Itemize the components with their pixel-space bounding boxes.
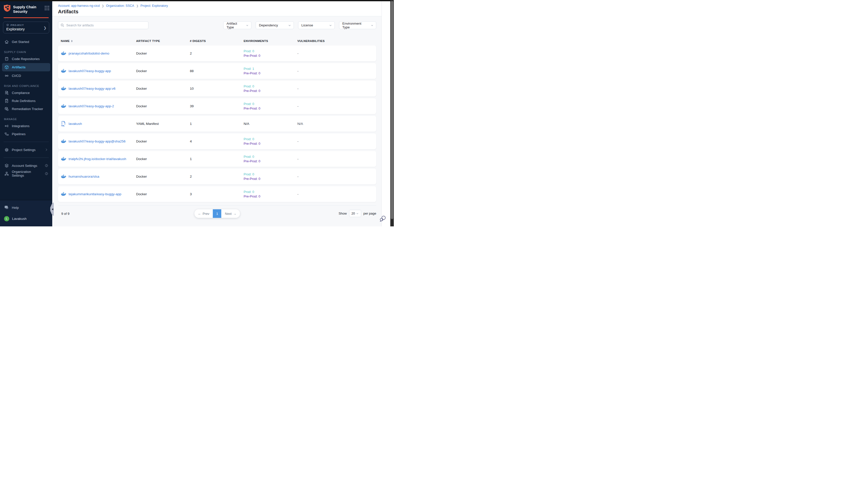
prod-env-link[interactable]: Prod: 0 bbox=[244, 137, 297, 142]
project-cube-icon bbox=[6, 24, 9, 26]
environments-cell: Prod: 0Pre-Prod: 0 bbox=[244, 49, 297, 58]
chevron-down-icon bbox=[356, 212, 359, 215]
gear-icon bbox=[4, 147, 9, 152]
prod-env-link[interactable]: Prod: 0 bbox=[244, 172, 297, 177]
table-row[interactable]: lavakush07/easy-buggy-app:v6Docker10Prod… bbox=[58, 81, 376, 97]
artifact-link[interactable]: tejakummarikuntla/easy-buggy-app bbox=[69, 192, 121, 196]
table-row[interactable]: lavakush07/easy-buggy-app-2Docker39Prod:… bbox=[58, 98, 376, 114]
dependency-filter[interactable]: Dependency bbox=[256, 21, 294, 29]
main-panel: Account: app-harness-ng-cicd ❯ Organizat… bbox=[52, 1, 382, 227]
vulnerabilities-cell: - bbox=[297, 175, 376, 179]
sidebar: Supply Chain Security PROJECT Explorator… bbox=[0, 1, 52, 227]
preprod-env-link[interactable]: Pre-Prod: 0 bbox=[244, 194, 297, 199]
scrollbar-thumb[interactable] bbox=[391, 1, 393, 219]
table-row[interactable]: trialpfv2hi.jfrog.io/docker-trial/lavaku… bbox=[58, 151, 376, 167]
help-button[interactable]: ? Help bbox=[2, 204, 50, 211]
preprod-env-link[interactable]: Pre-Prod: 0 bbox=[244, 142, 297, 146]
vulnerabilities-cell: - bbox=[297, 157, 376, 161]
table-row[interactable]: YMLlavakushYAML Manifest1N/AN/A bbox=[58, 116, 376, 132]
prev-page-button[interactable]: ←Prev bbox=[195, 209, 213, 218]
table-row[interactable]: lavakush07/easy-buggy-appDocker88Prod: 1… bbox=[58, 63, 376, 79]
artifact-link[interactable]: lavakush bbox=[69, 122, 82, 126]
artifact-type-cell: Docker bbox=[136, 192, 190, 196]
breadcrumb-org-link[interactable]: Organization: SSCA bbox=[106, 4, 134, 8]
table-row[interactable]: humanshuarora/slsaDocker2Prod: 0Pre-Prod… bbox=[58, 169, 376, 184]
sidebar-item-code-repositories[interactable]: </>Code Repositories bbox=[2, 55, 50, 63]
table-row[interactable]: pranaycshah/todolist-demoDocker2Prod: 0P… bbox=[58, 46, 376, 61]
column-header-environments: ENVIRONMENTS bbox=[244, 39, 297, 42]
project-label-row: PROJECT bbox=[6, 24, 42, 26]
preprod-env-link[interactable]: Pre-Prod: 0 bbox=[244, 71, 297, 76]
doc-search-icon bbox=[4, 90, 9, 95]
artifact-link[interactable]: trialpfv2hi.jfrog.io/docker-trial/lavaku… bbox=[69, 157, 126, 161]
page-size-control: Show 20 per page bbox=[338, 210, 376, 217]
column-header-name[interactable]: NAME bbox=[61, 39, 136, 42]
artifact-type-cell: YAML Manifest bbox=[136, 122, 190, 126]
search-box bbox=[58, 21, 148, 29]
pipelines-icon bbox=[4, 131, 9, 136]
artifact-link[interactable]: lavakush07/easy-buggy-app bbox=[69, 69, 111, 73]
preprod-env-link[interactable]: Pre-Prod: 0 bbox=[244, 53, 297, 58]
box-wrench-icon bbox=[4, 106, 9, 111]
environment-type-filter[interactable]: Environment Type bbox=[339, 21, 376, 29]
table-row[interactable]: tejakummarikuntla/easy-buggy-appDocker3P… bbox=[58, 186, 376, 202]
sidebar-item-label: Compliance bbox=[12, 91, 30, 95]
breadcrumb-project-link[interactable]: Project: Exploratory bbox=[140, 4, 168, 8]
sidebar-item-organization-settings[interactable]: Organization Settings bbox=[2, 170, 50, 178]
artifact-type-filter[interactable]: Artifact Type bbox=[223, 21, 251, 29]
support-chat-icon[interactable] bbox=[379, 215, 386, 222]
project-selector[interactable]: PROJECT Exploratory ❯ bbox=[3, 22, 49, 34]
preprod-env-link[interactable]: Pre-Prod: 0 bbox=[244, 159, 297, 163]
environments-cell: Prod: 0Pre-Prod: 0 bbox=[244, 137, 297, 146]
sidebar-divider bbox=[3, 142, 49, 142]
license-filter[interactable]: License bbox=[298, 21, 335, 29]
project-label: PROJECT bbox=[11, 24, 24, 26]
breadcrumb-account-link[interactable]: Account: app-harness-ng-cicd bbox=[58, 4, 100, 8]
sidebar-item-rule-definitions[interactable]: Rule Definitions bbox=[2, 97, 50, 105]
sidebar-item-integrations[interactable]: Integrations bbox=[2, 122, 50, 130]
sidebar-item-get-started[interactable]: Get Started bbox=[2, 38, 50, 46]
user-menu[interactable]: L Lavakush bbox=[2, 215, 50, 222]
prod-env-link[interactable]: Prod: 1 bbox=[244, 66, 297, 71]
sidebar-item-project-settings[interactable]: Project Settings bbox=[2, 146, 50, 154]
sidebar-item-compliance[interactable]: Compliance bbox=[2, 89, 50, 97]
next-page-button[interactable]: Next→ bbox=[222, 209, 240, 218]
artifact-name-cell: trialpfv2hi.jfrog.io/docker-trial/lavaku… bbox=[61, 156, 136, 162]
artifact-type-cell: Docker bbox=[136, 157, 190, 161]
environments-cell: Prod: 0Pre-Prod: 0 bbox=[244, 155, 297, 163]
page-scrollbar[interactable] bbox=[390, 0, 394, 227]
info-icon bbox=[45, 164, 48, 167]
cube-icon bbox=[4, 65, 9, 70]
vulnerabilities-cell: - bbox=[297, 104, 376, 108]
integrations-icon bbox=[4, 123, 9, 129]
preprod-env-link[interactable]: Pre-Prod: 0 bbox=[244, 177, 297, 181]
search-input[interactable] bbox=[58, 21, 148, 29]
artifact-link[interactable]: lavakush07/easy-buggy-app@sha256 bbox=[69, 139, 126, 143]
sidebar-item-pipelines[interactable]: Pipelines bbox=[2, 130, 50, 138]
prod-env-link[interactable]: Prod: 0 bbox=[244, 84, 297, 89]
prod-env-link[interactable]: Prod: 0 bbox=[244, 102, 297, 106]
prod-env-link[interactable]: Prod: 0 bbox=[244, 49, 297, 53]
sidebar-item-artifacts[interactable]: Artifacts bbox=[2, 63, 50, 71]
artifact-link[interactable]: lavakush07/easy-buggy-app-2 bbox=[69, 104, 114, 108]
page-size-select[interactable]: 20 bbox=[349, 210, 361, 217]
search-icon bbox=[61, 23, 64, 27]
artifact-link[interactable]: lavakush07/easy-buggy-app:v6 bbox=[69, 87, 115, 90]
module-switcher-icon[interactable] bbox=[45, 6, 49, 10]
sort-icon[interactable] bbox=[71, 40, 73, 42]
artifact-link[interactable]: humanshuarora/slsa bbox=[69, 175, 99, 179]
preprod-env-link[interactable]: Pre-Prod: 0 bbox=[244, 89, 297, 93]
preprod-env-link[interactable]: Pre-Prod: 0 bbox=[244, 106, 297, 111]
table-row[interactable]: lavakush07/easy-buggy-app@sha256Docker4P… bbox=[58, 133, 376, 149]
sidebar-item-ci-cd[interactable]: CI/CD bbox=[2, 72, 50, 80]
sidebar-item-account-settings[interactable]: Account Settings bbox=[2, 162, 50, 169]
page-number-button[interactable]: 1 bbox=[213, 209, 222, 218]
artifact-type-cell: Docker bbox=[136, 69, 190, 73]
prod-env-link[interactable]: Prod: 0 bbox=[244, 190, 297, 194]
prod-env-link[interactable]: Prod: 0 bbox=[244, 155, 297, 159]
env-na-value: N/A bbox=[244, 122, 249, 126]
artifact-link[interactable]: pranaycshah/todolist-demo bbox=[69, 51, 109, 55]
environments-cell: Prod: 0Pre-Prod: 0 bbox=[244, 172, 297, 181]
sidebar-item-remediation-tracker[interactable]: Remediation Tracker bbox=[2, 105, 50, 112]
result-count: 9 of 9 bbox=[61, 212, 70, 216]
